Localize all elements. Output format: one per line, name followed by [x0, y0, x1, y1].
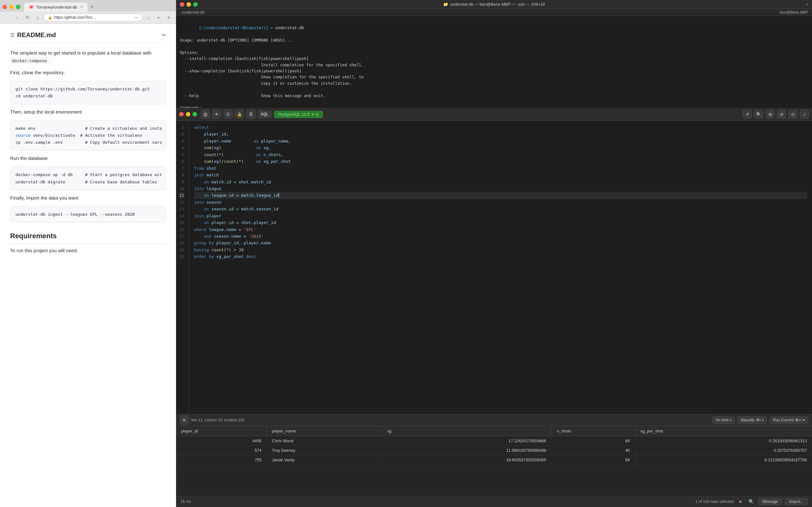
- terminal-folder-icon: 📁: [443, 2, 448, 7]
- new-tab-button[interactable]: +: [87, 3, 97, 11]
- terminal-minimize[interactable]: [187, 2, 191, 7]
- run-current-button[interactable]: Run Current ⌘↵ ▾: [769, 416, 808, 424]
- beautify-button[interactable]: Beautify ⌘I ▾: [738, 416, 767, 424]
- db-fullscreen[interactable]: [193, 112, 197, 116]
- browser-tab-active[interactable]: 🐙 Torvaney/understat-db ✕: [24, 3, 87, 11]
- no-limit-chevron: ▾: [730, 418, 732, 422]
- cell-player-name: Chris Wood: [267, 436, 382, 446]
- db-lines-button[interactable]: ☰: [224, 110, 233, 119]
- db-lock-button[interactable]: 🔒: [235, 110, 244, 119]
- terminal-line-5: --install-completion [bash|zsh|fish|powe…: [180, 56, 808, 62]
- sql-line-10: join league: [194, 185, 807, 192]
- browser-toolbar: ‹ › ↻ ⌂ 🔒 https://github.com/Torv… ••• ↓…: [0, 11, 176, 23]
- sql-code-content[interactable]: select player_id, player.name as player_…: [189, 121, 812, 414]
- clone-code-block: git clone https://github.com/Torvaney/un…: [10, 81, 166, 104]
- tab-close-button[interactable]: ✕: [80, 5, 83, 9]
- results-table-container[interactable]: player_id player_name xg n_shots xg_per_…: [176, 426, 812, 496]
- fullscreen-traffic-light[interactable]: [16, 5, 20, 9]
- col-n-shots: n_shots: [552, 426, 635, 436]
- results-table-body: 4456 Chris Wood 17.22620170004666 66 0.2…: [176, 436, 812, 465]
- clone-title: First, clone the repository:: [10, 69, 166, 76]
- db-code-block: docker-compose up -d db # Start a postgr…: [10, 167, 166, 190]
- cell-player-name: Troy Deeney: [267, 446, 382, 455]
- terminal-window: 📁 understat-db — ben@Bens-MBP — -zsh — 1…: [176, 0, 812, 108]
- beautify-label: Beautify ⌘I: [741, 418, 761, 422]
- db-toolbar: ⏻ 👁 ☰ 🔒 🗄 SQL PostgreSQL 12.5 lc ↺ 🔍 ⊞ ⊟…: [176, 108, 812, 121]
- table-row[interactable]: 755 Jamie Vardy 18.903537303209305 89 0.…: [176, 455, 812, 465]
- db-cylinder-button[interactable]: 🗄: [246, 110, 255, 119]
- db-panel-button[interactable]: ⊡: [789, 110, 797, 119]
- export-button[interactable]: Export...: [785, 498, 808, 505]
- cell-xg-per-shot: 0.21239929554167758: [635, 455, 812, 465]
- terminal-line-9: copy it or customize the installation.: [180, 80, 808, 86]
- results-table-header: player_id player_name xg n_shots xg_per_…: [176, 426, 812, 436]
- sql-line-20: order by xg_per_shot desc: [194, 253, 807, 260]
- edit-button[interactable]: ✏: [162, 32, 166, 38]
- terminal-body[interactable]: [~/code/understat-db(master)] » understa…: [176, 16, 812, 108]
- terminal-folder-path: ../understat-db: [180, 10, 204, 15]
- terminal-user-right: ben@Bens-MBP: [779, 10, 808, 15]
- lock-icon: 🔒: [48, 15, 52, 20]
- table-row[interactable]: 574 Troy Deeney 11.589193780906498 45 0.…: [176, 446, 812, 455]
- close-traffic-light[interactable]: [3, 5, 7, 9]
- no-limit-button[interactable]: No limit ▾: [712, 416, 735, 424]
- col-xg-per-shot: xg_per_shot: [635, 426, 812, 436]
- code-editor[interactable]: 12345 678910 11 12131415 1617181920 sele…: [176, 121, 812, 414]
- rows-info: 1 of 103 rows selected: [696, 499, 734, 504]
- terminal-close[interactable]: [180, 2, 184, 7]
- cell-n-shots: 45: [552, 446, 635, 455]
- db-power-button[interactable]: ⏻: [201, 110, 210, 119]
- terminal-line-6: Install completion for the specified she…: [180, 62, 808, 68]
- right-panel: 📁 understat-db — ben@Bens-MBP — -zsh — 1…: [176, 0, 812, 507]
- toc-icon: ☰: [10, 32, 15, 38]
- terminal-traffic-lights: [180, 2, 198, 7]
- results-search-button[interactable]: 🔍: [748, 498, 755, 505]
- download-button[interactable]: ↓: [144, 13, 152, 21]
- db-close[interactable]: [179, 112, 184, 116]
- reload-button[interactable]: ↻: [23, 13, 32, 21]
- run-chevron: ▾: [803, 418, 805, 422]
- env-title: Then, setup the local environment: [10, 108, 166, 116]
- terminal-title-text: understat-db — ben@Bens-MBP — -zsh — 109…: [450, 2, 545, 7]
- minimize-traffic-light[interactable]: [9, 5, 14, 9]
- cell-n-shots: 89: [552, 455, 635, 465]
- db-connection-lc: lc: [316, 112, 319, 117]
- more-options-icon: •••: [134, 15, 138, 19]
- terminal-line-4: Options:: [180, 50, 808, 56]
- db-grid-button[interactable]: ⊞: [766, 110, 774, 119]
- back-button[interactable]: ‹: [3, 13, 11, 21]
- terminal-add-button[interactable]: +: [806, 2, 808, 7]
- cell-xg: 18.903537303209305: [382, 455, 552, 465]
- message-label: Message: [762, 499, 778, 504]
- address-bar[interactable]: 🔒 https://github.com/Torv… •••: [44, 14, 142, 21]
- sql-line-2: player_id,: [194, 131, 807, 137]
- statusbar-gear-icon[interactable]: ⚙: [180, 415, 189, 425]
- cell-n-shots: 66: [552, 436, 635, 446]
- tab-title: Torvaney/understat-db: [36, 5, 77, 9]
- sql-line-18: group by player_id, player.name: [194, 239, 807, 246]
- db-connection-badge[interactable]: PostgreSQL 12.5 lc: [274, 111, 323, 118]
- extensions-button[interactable]: »: [154, 13, 163, 21]
- db-search-button[interactable]: 🔍: [754, 110, 763, 119]
- db-sidebar-button[interactable]: ⊟: [777, 110, 786, 119]
- no-limit-label: No limit: [716, 418, 729, 422]
- terminal-title: 📁 understat-db — ben@Bens-MBP — -zsh — 1…: [443, 2, 545, 7]
- browser-chrome: 🐙 Torvaney/understat-db ✕ + ‹ › ↻ ⌂ 🔒 ht…: [0, 0, 176, 24]
- browser-panel: 🐙 Torvaney/understat-db ✕ + ‹ › ↻ ⌂ 🔒 ht…: [0, 0, 176, 507]
- message-button[interactable]: Message: [758, 498, 782, 505]
- db-traffic-lights: [179, 112, 197, 116]
- db-refresh-button[interactable]: ↺: [743, 110, 752, 119]
- db-eye-button[interactable]: 👁: [212, 110, 221, 119]
- home-button[interactable]: ⌂: [34, 13, 42, 21]
- db-minimize[interactable]: [186, 112, 190, 116]
- sql-line-15: on player.id = shot.player_id: [194, 219, 807, 226]
- terminal-fullscreen[interactable]: [193, 2, 198, 7]
- editor-statusbar: ⚙ line 11, column 33, location 241 No li…: [176, 414, 812, 426]
- menu-button[interactable]: ≡: [165, 13, 173, 21]
- forward-button[interactable]: ›: [13, 13, 21, 21]
- results-star-button[interactable]: ★: [737, 498, 744, 505]
- table-row[interactable]: 4456 Chris Wood 17.22620170004666 66 0.2…: [176, 436, 812, 446]
- db-connection-indicator: [311, 113, 314, 115]
- cell-player-id: 755: [176, 455, 267, 465]
- db-expand-button[interactable]: ⤢: [800, 110, 809, 119]
